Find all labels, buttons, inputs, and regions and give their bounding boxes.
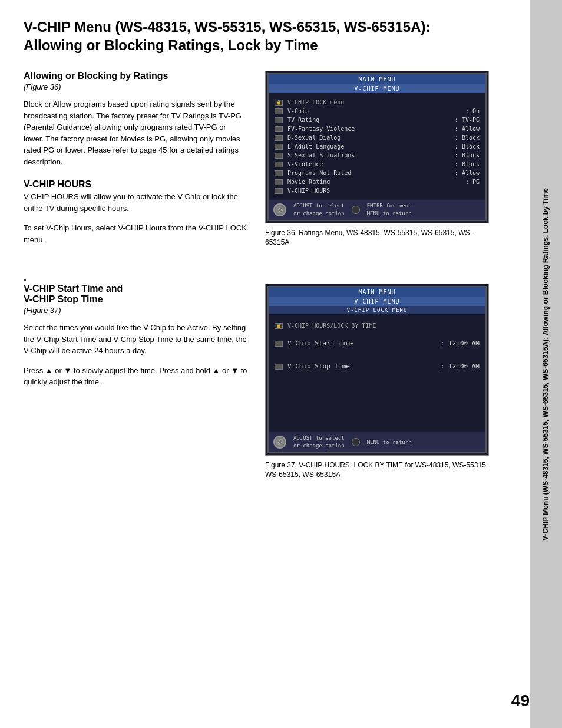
row5-icon [275,144,283,150]
section1-row: Allowing or Blocking by Ratings (Figure … [24,71,489,253]
screen2-header-label: V-CHIP HOURS/LOCK BY TIME [287,322,480,329]
screen2-body: 🔒 V-CHIP HOURS/LOCK BY TIME V-Chip Start… [269,314,485,432]
nav-text4: MENU to return [367,210,412,218]
vchip-hours-heading: V-CHIP HOURS [24,179,247,190]
row7-icon [275,162,283,167]
sidebar-label: V-CHIP Menu (WS-48315, WS-55315, WS-6531… [541,188,551,541]
nav2-circle [352,438,360,446]
row1-icon [275,108,283,114]
row4-icon [275,135,283,141]
tv-screen-2-inner: MAIN MENU V-CHIP MENU V-CHIP LOCK MENU 🔒… [267,286,487,453]
section1-right: MAIN MENU V-CHIP MENU 🔒 V-CHIP LOCK menu… [265,71,489,253]
screen1-row-6: S-Sexual Situations : Block [275,151,480,160]
row1-label: V-Chip [287,108,465,114]
row8-label: Programs Not Rated [287,170,455,176]
section2-heading-line1: V-CHIP Start Time and [24,284,123,294]
row9-label: Movie Rating [287,179,465,185]
section2-figref: (Figure 37) [24,306,247,315]
section1-body: Block or Allow programs based upon ratin… [24,98,247,167]
main-content: V-CHIP Menu (WS-48315, WS-55315, WS-6531… [0,0,513,521]
row6-icon [275,153,283,159]
row6-label: S-Sexual Situations [287,152,455,159]
section2-left: V-CHIP Start Time and V-CHIP Stop Time (… [24,284,247,480]
row1-value: : On [465,108,480,114]
screen1-row-2: TV Rating : TV-PG [275,116,480,124]
row5-value: : Block [455,143,480,150]
section2-body2: Press ▲ or ▼ to slowly adjust the time. … [24,365,247,388]
screen1-row-7: V-Violence : Block [275,160,480,169]
row3-label: FV-Fantasy Violence [287,126,455,132]
nav-text2: or change option [293,210,345,218]
section2-heading: V-CHIP Start Time and V-CHIP Stop Time [24,284,247,305]
tv-screen-1-inner: MAIN MENU V-CHIP MENU 🔒 V-CHIP LOCK menu… [267,73,487,220]
screen1-nav: ADJUST to select or change option ENTER … [269,200,485,219]
screen1-lock-row: 🔒 V-CHIP LOCK menu [275,98,480,107]
screen2-title1: MAIN MENU [269,287,485,297]
screen2-title3: V-CHIP LOCK MENU [269,306,485,314]
nav2-text1: ADJUST to select [293,434,345,442]
section1-figref: (Figure 36) [24,83,247,91]
screen1-title2: V-CHIP MENU [269,84,485,93]
nav-circle [352,206,360,214]
section2-body1: Select the times you would like the V-Ch… [24,322,247,357]
row5-label: L-Adult Language [287,143,455,150]
row7-value: : Block [455,161,480,167]
s2-row2-label: V-Chip Stop Time [287,363,441,370]
tv-screen-1: MAIN MENU V-CHIP MENU 🔒 V-CHIP LOCK menu… [265,71,489,223]
nav-text3: ENTER for menu [367,202,412,210]
screen1-row-9: Movie Rating : PG [275,177,480,186]
screen1-row-4: D-Sexual Dialog : Block [275,133,480,142]
section1-left: Allowing or Blocking by Ratings (Figure … [24,71,247,253]
dot-separator: . [24,271,489,284]
row4-value: : Block [455,134,480,141]
row8-icon [275,170,283,176]
section2-row: V-CHIP Start Time and V-CHIP Stop Time (… [24,284,489,480]
row4-label: D-Sexual Dialog [287,134,455,141]
nav-text-left: ADJUST to select or change option [293,202,345,217]
screen1-row-3: FV-Fantasy Violence : Allow [275,124,480,133]
screen1-row-10: V-CHIP HOURS [275,186,480,195]
s2-row1-label: V-Chip Start Time [287,340,441,347]
row2-icon [275,117,283,123]
section2-right: MAIN MENU V-CHIP MENU V-CHIP LOCK MENU 🔒… [265,284,489,480]
screen1-header-label: V-CHIP LOCK menu [287,99,480,106]
screen1-title1: MAIN MENU [269,74,485,84]
page-number: 49 [511,691,530,710]
screen2-title2: V-CHIP MENU [269,297,485,306]
s2-row2-icon [275,364,283,370]
screen2-lock-row: 🔒 V-CHIP HOURS/LOCK BY TIME [275,321,480,330]
joystick2-icon [273,436,286,449]
section1-heading: Allowing or Blocking by Ratings [24,71,247,81]
joystick-icon [273,203,286,216]
row6-value: : Block [455,152,480,159]
figure1-caption: Figure 36. Ratings Menu, WS-48315, WS-55… [265,228,489,248]
page-title: V-CHIP Menu (WS-48315, WS-55315, WS-6531… [24,18,489,54]
nav2-text-left: ADJUST to select or change option [293,434,345,449]
vchip-hours-text1: V-CHIP HOURS will allow you to activate … [24,191,247,214]
section2-heading-line2: V-CHIP Stop Time [24,294,103,304]
title-main: V-CHIP Menu (WS-48315, WS-55315, WS-6531… [24,19,430,35]
s2-row1-value: : 12:00 AM [441,340,480,347]
row9-value: : PG [465,179,480,185]
nav2-text2: or change option [293,442,345,450]
figure2-caption: Figure 37. V-CHIP HOURS, LOCK BY TIME fo… [265,460,489,480]
nav2-text-right: MENU to return [367,439,412,446]
row3-value: : Allow [455,126,480,132]
screen1-row-8: Programs Not Rated : Allow [275,169,480,177]
row10-icon [275,188,283,194]
vchip-hours-text2: To set V-Chip Hours, select V-CHIP Hours… [24,222,247,245]
sidebar: V-CHIP Menu (WS-48315, WS-55315, WS-6531… [530,0,562,728]
row10-label: V-CHIP HOURS [287,187,480,194]
screen1-row-1: V-Chip : On [275,107,480,116]
screen1-body: 🔒 V-CHIP LOCK menu V-Chip : On TV Rating [269,93,485,200]
lock2-icon: 🔒 [275,323,283,329]
title-sub: Allowing or Blocking Ratings, Lock by Ti… [24,36,489,54]
s2-row2-value: : 12:00 AM [441,363,480,370]
screen2-row-1: V-Chip Start Time : 12:00 AM [275,336,480,351]
screen2-nav: ADJUST to select or change option MENU t… [269,432,485,452]
lock-icon: 🔒 [275,100,283,106]
tv-screen-2: MAIN MENU V-CHIP MENU V-CHIP LOCK MENU 🔒… [265,284,489,455]
row7-label: V-Violence [287,161,455,167]
row2-label: TV Rating [287,117,455,123]
row3-icon [275,126,283,132]
